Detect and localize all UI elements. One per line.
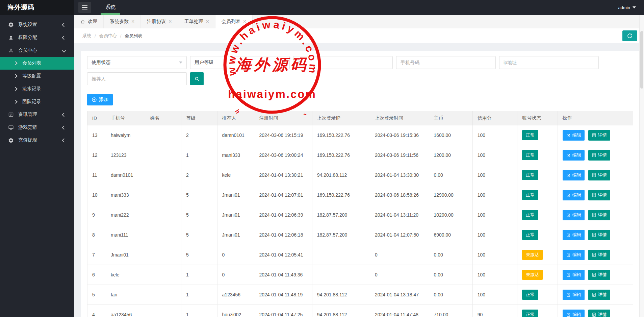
level-select-value: 用户等级 [195, 59, 213, 66]
tab-label: 系统参数 [110, 19, 129, 25]
add-button[interactable]: 添加 [87, 94, 113, 105]
menu-toggle-icon[interactable] [78, 2, 91, 13]
sidebar-item[interactable]: 充值提现 [0, 134, 74, 147]
detail-button[interactable]: 详情 [588, 270, 610, 280]
edit-button[interactable]: 编辑 [563, 270, 585, 280]
edit-button[interactable]: 编辑 [563, 250, 585, 260]
cell-last-time: 2024-03-06 19:11:56 [370, 145, 429, 165]
sidebar-subitem[interactable]: 等级配置 [0, 70, 74, 82]
search-icon [194, 76, 200, 82]
cell-id: 4 [87, 305, 106, 317]
sidebar-item[interactable]: 权限分配 [0, 31, 74, 44]
document-icon [592, 213, 596, 217]
edit-icon [566, 133, 571, 138]
cell-level: 1 [181, 305, 217, 317]
sidebar-item[interactable]: 系统设置 [0, 18, 74, 31]
detail-button[interactable]: 详情 [588, 170, 610, 180]
refresh-icon [627, 33, 633, 39]
cell-actions: 编辑 详情 [558, 205, 633, 225]
close-icon[interactable]: × [131, 19, 134, 24]
table-row: 7 Jmani01 5 0 2024-01-04 12:05:41 0 0.00… [87, 245, 633, 265]
detail-button[interactable]: 详情 [588, 250, 610, 260]
chevron-icon [62, 138, 66, 143]
search-button[interactable] [190, 72, 204, 85]
referrer-input[interactable] [87, 72, 187, 85]
edit-icon [566, 312, 571, 317]
chevron-icon [62, 113, 66, 117]
cell-name [145, 225, 181, 245]
column-header: 姓名 [145, 111, 181, 125]
detail-button[interactable]: 详情 [588, 290, 610, 300]
scrollbar-thumb[interactable] [640, 31, 643, 89]
cell-status: 正常 [517, 145, 558, 165]
document-icon [592, 133, 596, 138]
sidebar-item[interactable]: 游戏竞猜 [0, 121, 74, 134]
cell-reg-time: 2024-01-04 12:06:39 [254, 205, 312, 225]
scrollbar[interactable] [639, 15, 644, 317]
edit-button[interactable]: 编辑 [563, 210, 585, 220]
close-icon[interactable]: × [243, 19, 246, 24]
cell-coin: 0.00 [429, 265, 472, 285]
cell-last-ip: 94.201.88.112 [312, 165, 370, 185]
main-content: 使用状态 用户等级 [74, 43, 644, 317]
brand-logo: 海外源码 [0, 0, 74, 15]
cell-coin: 0.00 [429, 245, 472, 265]
sidebar-item[interactable]: 资讯管理 [0, 108, 74, 121]
sidebar-item[interactable]: 会员中心 [0, 44, 74, 57]
cell-id: 10 [87, 185, 106, 205]
chevron-right-icon [14, 61, 17, 65]
tab[interactable]: 工单处理 × [178, 15, 215, 28]
breadcrumb-item[interactable]: 系统 [82, 33, 91, 39]
edit-icon [566, 153, 571, 157]
cell-name [145, 305, 181, 317]
close-icon[interactable]: × [169, 19, 172, 24]
sidebar-subitem[interactable]: 团队记录 [0, 95, 74, 108]
cell-credit: 100 [472, 165, 517, 185]
refresh-button[interactable] [622, 30, 637, 41]
detail-button[interactable]: 详情 [588, 130, 610, 141]
cell-name [145, 245, 181, 265]
breadcrumb-separator: / [95, 33, 96, 39]
tab[interactable]: 会员列表 × [215, 15, 253, 28]
edit-button[interactable]: 编辑 [563, 310, 585, 317]
home-icon [80, 19, 85, 24]
status-select[interactable]: 使用状态 [87, 56, 187, 69]
cell-phone: mani333 [106, 185, 145, 205]
phone-input[interactable] [396, 56, 496, 69]
column-header: 信用分 [472, 111, 517, 125]
tab[interactable]: 欢迎 [74, 15, 104, 28]
tab[interactable]: 注册协议 × [141, 15, 178, 28]
detail-button[interactable]: 详情 [588, 230, 610, 240]
detail-button[interactable]: 详情 [588, 310, 610, 317]
ip-input[interactable] [499, 56, 599, 69]
detail-button[interactable]: 详情 [588, 150, 610, 161]
edit-button[interactable]: 编辑 [563, 130, 585, 141]
cell-referrer: 0 [217, 245, 254, 265]
column-header: 推荐人 [217, 111, 254, 125]
user-menu[interactable]: admin [618, 5, 636, 10]
column-header: ID [87, 111, 106, 125]
cell-actions: 编辑 详情 [558, 285, 633, 305]
edit-button[interactable]: 编辑 [563, 190, 585, 200]
detail-button[interactable]: 详情 [588, 210, 610, 220]
level-select[interactable]: 用户等级 [190, 56, 290, 69]
cell-last-time: 0 [370, 245, 429, 265]
cell-referrer: 0 [217, 265, 254, 285]
cell-last-ip: 182.87.57.200 [312, 205, 370, 225]
sidebar-subitem[interactable]: 流水记录 [0, 82, 74, 95]
close-icon[interactable]: × [206, 19, 209, 24]
edit-button[interactable]: 编辑 [563, 230, 585, 240]
id-input[interactable] [293, 56, 393, 69]
detail-button[interactable]: 详情 [588, 190, 610, 200]
tab[interactable]: 系统参数 × [104, 15, 141, 28]
cell-last-ip: 169.150.222.76 [312, 145, 370, 165]
edit-button[interactable]: 编辑 [563, 290, 585, 300]
edit-button[interactable]: 编辑 [563, 150, 585, 161]
sidebar-subitem[interactable]: 会员列表 [0, 57, 74, 70]
edit-button[interactable]: 编辑 [563, 170, 585, 180]
document-icon [592, 153, 596, 157]
cell-coin: 12900.00 [429, 185, 472, 205]
cell-status: 正常 [517, 185, 558, 205]
top-nav-system[interactable]: 系统 [95, 0, 126, 15]
breadcrumb-item[interactable]: 会员中心 [99, 33, 117, 39]
